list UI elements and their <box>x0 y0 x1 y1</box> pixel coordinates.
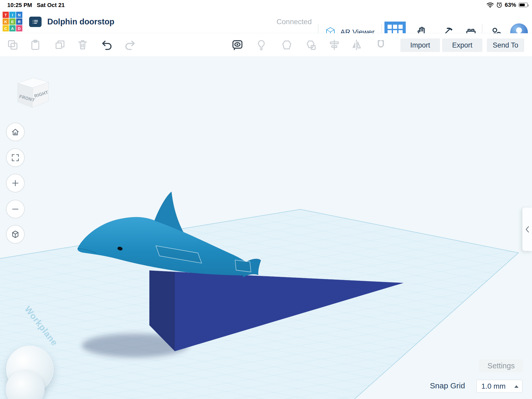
alarm-icon <box>496 2 502 8</box>
settings-button[interactable]: Settings <box>479 359 523 372</box>
hole-shape-icon <box>305 39 317 51</box>
snap-grid-dropdown[interactable]: 1.0 mm <box>476 380 522 393</box>
minus-icon <box>11 204 20 214</box>
hole-shape-button[interactable] <box>305 39 317 51</box>
battery-icon <box>518 3 528 7</box>
chevron-left-icon <box>524 225 530 234</box>
snap-grid-value: 1.0 mm <box>481 382 506 390</box>
scene-svg <box>0 57 532 399</box>
mirror-icon <box>350 39 362 51</box>
logo-tile: E <box>9 18 16 25</box>
zoom-in-button[interactable] <box>6 174 25 192</box>
battery-percent: 63% <box>505 2 516 8</box>
lightbulb-icon <box>255 39 267 51</box>
snap-grid-label: Snap Grid <box>430 381 465 390</box>
align-button[interactable] <box>328 39 340 51</box>
logo-tile: A <box>9 25 16 31</box>
perspective-toggle-button[interactable] <box>6 225 25 244</box>
paste-icon <box>29 39 41 51</box>
header-bar: T I N K E R C A D Dolphin doorstop Conne… <box>0 10 532 33</box>
comment-eye-icon <box>231 39 243 51</box>
copy-button[interactable] <box>7 39 19 51</box>
dolphin-tail-joint <box>235 260 251 272</box>
logo-tile: K <box>3 18 9 25</box>
zoom-out-button[interactable] <box>6 200 25 218</box>
duplicate-button[interactable] <box>54 39 66 51</box>
delete-button[interactable] <box>77 39 89 51</box>
magnet-icon <box>375 39 387 51</box>
send-to-button[interactable]: Send To <box>487 38 524 52</box>
import-button[interactable]: Import <box>400 38 440 52</box>
solid-shape-button[interactable] <box>281 39 293 51</box>
home-view-button[interactable] <box>6 123 25 141</box>
panel-collapse-tab[interactable] <box>522 208 532 251</box>
perspective-cube-icon <box>11 230 20 239</box>
tinkercad-logo[interactable]: T I N K E R C A D <box>3 12 23 32</box>
status-time: 10:25 PM <box>7 2 32 9</box>
logo-tile: R <box>16 18 22 25</box>
notes-button[interactable] <box>231 39 243 51</box>
status-bar: 10:25 PM Sat Oct 21 63% <box>0 0 532 10</box>
status-date: Sat Oct 21 <box>37 2 65 9</box>
logo-tile: N <box>16 12 22 18</box>
export-button[interactable]: Export <box>442 38 482 52</box>
logo-tile: D <box>16 25 22 31</box>
design-title: Dolphin doorstop <box>47 17 114 26</box>
undo-icon <box>101 39 113 51</box>
paste-button[interactable] <box>29 39 41 51</box>
solid-shape-icon <box>281 39 293 51</box>
redo-icon <box>124 39 136 51</box>
list-icon <box>31 18 39 26</box>
trash-icon <box>77 39 89 51</box>
align-icon <box>328 39 340 51</box>
mirror-button[interactable] <box>350 39 362 51</box>
view-cube[interactable]: FRONT RIGHT <box>10 74 52 113</box>
home-icon <box>11 127 20 137</box>
tips-button[interactable] <box>255 39 267 51</box>
logo-tile: I <box>9 12 16 18</box>
connection-status: Connected <box>260 18 312 26</box>
duplicate-icon <box>54 39 66 51</box>
magnet-button[interactable] <box>375 39 387 51</box>
design-menu-button[interactable] <box>29 17 42 27</box>
undo-button[interactable] <box>101 39 113 51</box>
logo-tile: T <box>3 12 9 18</box>
canvas-3d-view[interactable]: Workplane <box>0 57 532 399</box>
fit-view-icon <box>11 153 20 162</box>
fit-view-button[interactable] <box>6 148 25 167</box>
caret-up-icon <box>514 385 518 388</box>
edit-toolbar: Import Export Send To <box>0 33 532 57</box>
plus-icon <box>11 178 20 188</box>
wifi-icon <box>487 2 494 8</box>
copy-icon <box>7 39 19 51</box>
redo-button[interactable] <box>124 39 136 51</box>
logo-tile: C <box>3 25 9 31</box>
